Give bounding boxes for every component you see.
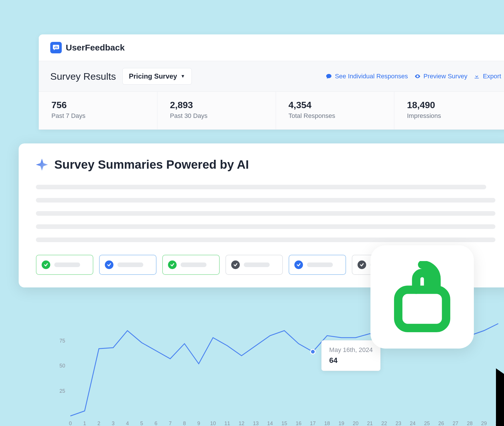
chip-label-placeholder	[54, 262, 80, 267]
survey-selector[interactable]: Pricing Survey ▼	[122, 68, 192, 85]
svg-rect-2	[57, 46, 57, 48]
svg-text:8: 8	[183, 421, 186, 426]
svg-text:7: 7	[169, 421, 172, 426]
unlock-badge	[370, 245, 474, 349]
skeleton-line	[36, 238, 495, 242]
chip-label-placeholder	[117, 262, 143, 267]
svg-text:14: 14	[267, 421, 273, 426]
skeleton-line	[36, 185, 486, 189]
check-icon	[294, 260, 303, 269]
tooltip-date: May 16th, 2024	[329, 346, 373, 354]
svg-text:9: 9	[197, 421, 200, 426]
export-label: Export	[483, 73, 501, 80]
svg-point-38	[310, 349, 315, 354]
page-title: Survey Results	[50, 71, 116, 82]
toolbar: Survey Results Pricing Survey ▼ See Indi…	[39, 61, 504, 92]
svg-text:50: 50	[59, 363, 65, 369]
sparkle-icon	[36, 159, 48, 171]
stat-value: 4,354	[289, 100, 382, 110]
filter-chip[interactable]	[36, 255, 93, 275]
svg-text:6: 6	[155, 421, 157, 426]
check-icon	[231, 260, 240, 269]
filter-chip[interactable]	[289, 255, 346, 275]
stat-value: 756	[51, 100, 144, 110]
stat-card-7days: 756 Past 7 Days	[39, 92, 157, 130]
check-icon	[42, 260, 50, 269]
preview-survey-link[interactable]: Preview Survey	[414, 73, 468, 80]
preview-survey-label: Preview Survey	[424, 73, 468, 80]
ai-summary-header: Survey Summaries Powered by AI	[36, 158, 495, 172]
svg-text:0: 0	[69, 421, 72, 426]
skeleton-line	[36, 211, 495, 216]
stat-card-30days: 2,893 Past 30 Days	[157, 92, 276, 130]
svg-text:16: 16	[296, 421, 302, 426]
stat-card-total: 4,354 Total Responses	[276, 92, 395, 130]
svg-text:5: 5	[140, 421, 143, 426]
download-icon	[474, 73, 480, 79]
skeleton-line	[36, 224, 495, 229]
svg-text:1: 1	[83, 421, 86, 426]
svg-text:3: 3	[112, 421, 115, 426]
filter-chip[interactable]	[225, 255, 283, 275]
stat-label: Past 7 Days	[51, 112, 144, 120]
export-link[interactable]: Export	[474, 73, 501, 80]
filter-chip[interactable]	[99, 255, 157, 275]
stat-card-impressions: 18,490 Impressions	[394, 92, 504, 130]
check-icon	[105, 260, 113, 269]
see-responses-label: See Individual Responses	[335, 73, 408, 80]
eye-icon	[414, 73, 421, 79]
app-window: UserFeedback Survey Results Pricing Surv…	[39, 34, 504, 130]
brand-name: UserFeedback	[66, 43, 125, 52]
svg-rect-0	[55, 47, 55, 48]
skeleton-line	[36, 198, 495, 203]
svg-rect-39	[398, 290, 446, 328]
brand-logo	[50, 42, 62, 53]
stats-row: 756 Past 7 Days 2,893 Past 30 Days 4,354…	[39, 92, 504, 130]
chat-icon	[326, 73, 332, 79]
stat-value: 2,893	[170, 100, 263, 110]
check-icon	[168, 260, 177, 269]
chip-label-placeholder	[181, 262, 206, 267]
svg-text:12: 12	[239, 421, 244, 426]
chat-bar-icon	[52, 44, 60, 51]
stat-value: 18,490	[407, 100, 500, 110]
svg-text:75: 75	[59, 338, 65, 344]
stat-label: Impressions	[407, 112, 500, 120]
svg-point-3	[417, 76, 418, 77]
stat-label: Total Responses	[289, 112, 382, 120]
chip-label-placeholder	[307, 262, 333, 267]
svg-text:11: 11	[224, 421, 230, 426]
chip-label-placeholder	[244, 262, 270, 267]
app-header: UserFeedback	[39, 34, 504, 61]
svg-text:25: 25	[59, 388, 65, 394]
svg-text:15: 15	[281, 421, 287, 426]
check-icon	[358, 260, 366, 269]
svg-rect-1	[56, 46, 56, 48]
see-responses-link[interactable]: See Individual Responses	[326, 73, 408, 80]
svg-text:13: 13	[253, 421, 259, 426]
caret-down-icon: ▼	[181, 74, 185, 79]
cursor-icon	[315, 357, 504, 426]
ai-summary-title: Survey Summaries Powered by AI	[54, 158, 249, 172]
svg-text:10: 10	[210, 421, 216, 426]
stat-label: Past 30 Days	[170, 112, 263, 120]
svg-text:4: 4	[126, 421, 129, 426]
survey-selector-label: Pricing Survey	[129, 72, 177, 80]
unlock-icon	[392, 261, 452, 333]
svg-text:2: 2	[97, 421, 100, 426]
filter-chip[interactable]	[162, 255, 220, 275]
